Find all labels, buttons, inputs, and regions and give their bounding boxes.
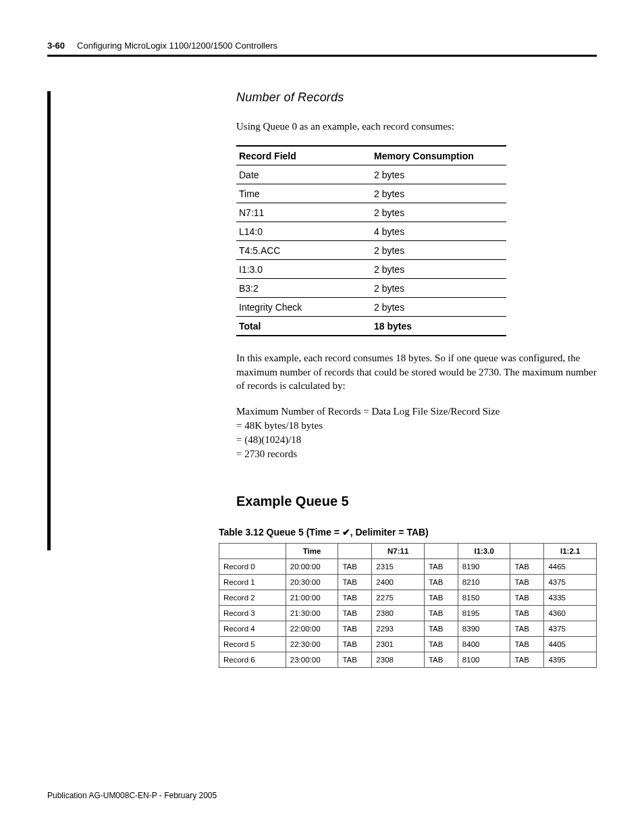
table-row: Record 221:00:00TAB2275TAB8150TAB4335: [219, 590, 597, 606]
table-row: L14:04 bytes: [236, 222, 506, 241]
table-row: Record 623:00:00TAB2308TAB8100TAB4395: [219, 652, 597, 668]
intro-paragraph: Using Queue 0 as an example, each record…: [236, 120, 597, 133]
check-icon: ✔: [342, 527, 350, 538]
col-memory: Memory Consumption: [371, 146, 506, 165]
table-row: Record 422:00:00TAB2293TAB8390TAB4375: [219, 621, 597, 637]
calc-line: = 48K bytes/18 bytes: [236, 419, 597, 433]
chapter-title: Configuring MicroLogix 1100/1200/1500 Co…: [77, 41, 277, 51]
change-bar: [47, 91, 51, 550]
table-row: Record 020:00:00TAB2315TAB8190TAB4465: [219, 559, 597, 575]
table-row: I1:3.02 bytes: [236, 260, 506, 279]
col-n7: N7:11: [372, 544, 425, 559]
col-time: Time: [286, 544, 338, 559]
page-header: 3-60 Configuring MicroLogix 1100/1200/15…: [47, 41, 597, 51]
table-row: Time2 bytes: [236, 184, 506, 203]
table-total-row: Total18 bytes: [236, 317, 506, 336]
page-number: 3-60: [47, 41, 65, 51]
calculation-block: Maximum Number of Records = Data Log Fil…: [236, 405, 597, 461]
table-row: B3:22 bytes: [236, 279, 506, 298]
queue-5-data-table: Time N7:11 I1:3.0 I1:2.1 Record 020:00:0…: [219, 543, 597, 668]
table-row: Record 522:30:00TAB2301TAB8400TAB4405: [219, 637, 597, 652]
col-record-field: Record Field: [236, 146, 371, 165]
header-rule: [47, 55, 597, 57]
heading-example-queue-5: Example Queue 5: [236, 494, 597, 509]
table-row: Date2 bytes: [236, 165, 506, 184]
publication-footer: Publication AG-UM008C-EN-P - February 20…: [47, 791, 217, 800]
table-row: Record 120:30:00TAB2400TAB8210TAB4375: [219, 575, 597, 590]
table-row: Record 321:30:00TAB2380TAB8195TAB4360: [219, 606, 597, 621]
explanation-paragraph: In this example, each record consumes 18…: [236, 351, 597, 392]
table-row: Integrity Check2 bytes: [236, 298, 506, 317]
col-tab: [424, 544, 458, 559]
col-i13: I1:3.0: [458, 544, 510, 559]
table-row: N7:112 bytes: [236, 203, 506, 222]
col-tab: [338, 544, 372, 559]
calc-line: = (48)(1024)/18: [236, 433, 597, 447]
memory-consumption-table: Record Field Memory Consumption Date2 by…: [236, 145, 506, 336]
table-row: T4:5.ACC2 bytes: [236, 241, 506, 260]
subheading-number-of-records: Number of Records: [236, 90, 597, 105]
calc-line: = 2730 records: [236, 447, 597, 461]
col-i12: I1:2.1: [544, 544, 597, 559]
col-blank: [219, 544, 286, 559]
table-caption: Table 3.12 Queue 5 (Time = ✔, Delimiter …: [219, 527, 597, 538]
col-tab: [510, 544, 544, 559]
calc-line: Maximum Number of Records = Data Log Fil…: [236, 405, 597, 419]
